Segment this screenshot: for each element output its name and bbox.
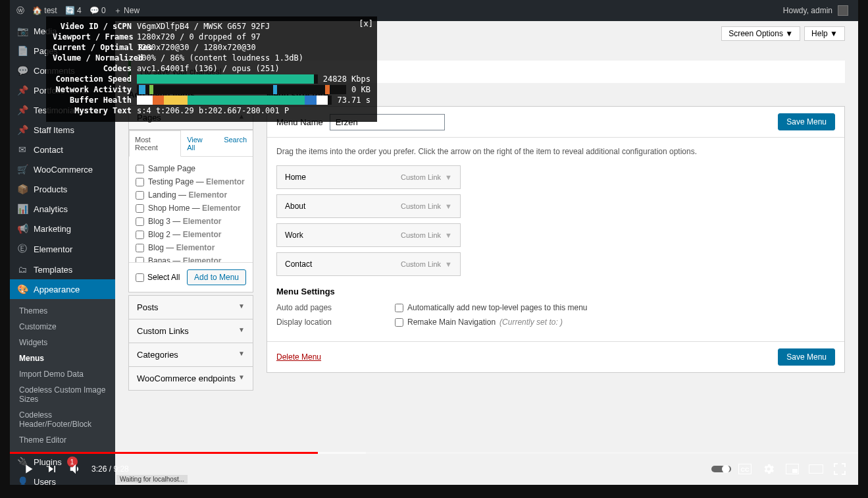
- volume-button[interactable]: [64, 457, 88, 481]
- svg-rect-5: [792, 469, 798, 473]
- menu-icon: 📌: [16, 105, 28, 115]
- drag-hint: Drag the items into the order you prefer…: [276, 147, 835, 156]
- accordion-custom-links[interactable]: Custom Links▼: [128, 319, 253, 343]
- select-all-checkbox[interactable]: Select All: [136, 273, 180, 282]
- sidebar-item-staff-items[interactable]: 📌Staff Items: [10, 120, 115, 140]
- menu-item-contact[interactable]: ContactCustom Link ▼: [276, 252, 461, 276]
- menu-settings-title: Menu Settings: [276, 287, 835, 296]
- sidebar-item-products[interactable]: 📦Products: [10, 179, 115, 199]
- comments-count[interactable]: 💬 0: [89, 6, 106, 15]
- avatar-icon[interactable]: [838, 5, 848, 16]
- add-menu-items-panel: Add menu items Pages▲ Most Recent View A…: [128, 90, 253, 391]
- page-checkbox-item[interactable]: Shop Home — Elementor: [136, 202, 246, 215]
- sidebar-item-elementor[interactable]: ⒺElementor: [10, 238, 115, 260]
- page-checkbox-item[interactable]: Sample Page: [136, 162, 246, 175]
- help-button[interactable]: Help ▼: [804, 26, 845, 41]
- updates[interactable]: 🔄 4: [65, 6, 82, 15]
- menu-item-home[interactable]: HomeCustom Link ▼: [276, 165, 461, 189]
- menu-icon: 🗂: [16, 264, 28, 275]
- chevron-down-icon: ▼: [445, 202, 452, 210]
- captions-button[interactable]: CC: [733, 457, 757, 481]
- accordion-posts[interactable]: Posts▼: [128, 295, 253, 319]
- page-checkbox-item[interactable]: Blog — Elementor: [136, 241, 246, 254]
- accordion-categories[interactable]: Categories▼: [128, 343, 253, 367]
- submenu-widgets[interactable]: Widgets: [10, 335, 115, 350]
- submenu-themes[interactable]: Themes: [10, 303, 115, 319]
- svg-point-1: [722, 465, 730, 473]
- wp-logo-icon[interactable]: ⓦ: [16, 5, 24, 16]
- sidebar-item-marketing[interactable]: 📢Marketing: [10, 219, 115, 238]
- menu-icon: 💬: [16, 65, 28, 76]
- sidebar-item-analytics[interactable]: 📊Analytics: [10, 199, 115, 219]
- pages-checklist: Sample PageTesting Page — ElementorLandi…: [129, 157, 253, 262]
- browser-status-bar: Waiting for localhost...: [116, 475, 188, 484]
- tab-most-recent[interactable]: Most Recent: [129, 130, 181, 157]
- chevron-down-icon: ▼: [238, 374, 245, 383]
- sidebar-item-woocommerce[interactable]: 🛒WooCommerce: [10, 159, 115, 179]
- close-stats-button[interactable]: [x]: [359, 19, 373, 28]
- chevron-down-icon: ▼: [445, 173, 452, 181]
- time-display: 3:26 / 9:28: [91, 464, 129, 474]
- site-name[interactable]: 🏠 test: [32, 6, 57, 15]
- sidebar-item-contact[interactable]: ✉Contact: [10, 140, 115, 159]
- sidebar-item-templates[interactable]: 🗂Templates: [10, 260, 115, 279]
- menu-icon: 📢: [16, 223, 28, 234]
- page-checkbox-item[interactable]: Banas — Elementor: [136, 254, 246, 262]
- menu-icon: 📌: [16, 85, 28, 96]
- submenu-menus[interactable]: Menus: [10, 350, 115, 366]
- menu-icon: Ⓔ: [16, 243, 28, 255]
- page-checkbox-item[interactable]: Testing Page — Elementor: [136, 175, 246, 188]
- new-content[interactable]: ＋ New: [114, 5, 140, 16]
- submenu-codeless-header-footer-block[interactable]: Codeless Header/Footer/Block: [10, 407, 115, 432]
- page-checkbox-item[interactable]: Blog 3 — Elementor: [136, 215, 246, 228]
- play-button[interactable]: [16, 457, 40, 481]
- chevron-down-icon: ▼: [238, 326, 245, 336]
- progress-bar[interactable]: [10, 452, 858, 454]
- autoplay-toggle[interactable]: [709, 457, 733, 481]
- menu-icon: 🛒: [16, 164, 28, 175]
- sidebar-item-appearance[interactable]: 🎨Appearance: [10, 279, 115, 299]
- chevron-down-icon: ▼: [238, 302, 245, 312]
- menu-icon: 📷: [16, 26, 28, 36]
- chevron-down-icon: ▼: [238, 350, 245, 360]
- tab-view-all[interactable]: View All: [181, 130, 218, 157]
- svg-text:CC: CC: [741, 466, 750, 473]
- menu-icon: ✉: [16, 144, 28, 155]
- menu-icon: 📌: [16, 124, 28, 135]
- menu-item-about[interactable]: AboutCustom Link ▼: [276, 194, 461, 218]
- fullscreen-button[interactable]: [828, 457, 852, 481]
- menu-icon: 🎨: [16, 284, 28, 294]
- tab-search[interactable]: Search: [218, 130, 253, 157]
- stats-for-nerds-overlay: [x] Video ID / sCPNV6gmXDlfpB4 / MWSK G6…: [46, 16, 377, 122]
- settings-button[interactable]: [757, 457, 780, 481]
- chevron-down-icon: ▼: [445, 260, 452, 268]
- theater-button[interactable]: [804, 457, 828, 481]
- save-menu-button-top[interactable]: Save Menu: [778, 113, 835, 130]
- screen-options-button[interactable]: Screen Options ▼: [721, 26, 800, 41]
- submenu-customize[interactable]: Customize: [10, 319, 115, 335]
- accordion-woo-endpoints[interactable]: WooCommerce endpoints▼: [128, 366, 253, 391]
- auto-add-checkbox[interactable]: [395, 304, 403, 312]
- menu-structure-panel: Menu structure Menu Name Save Menu Drag …: [267, 90, 845, 391]
- display-location-checkbox[interactable]: [395, 318, 403, 327]
- delete-menu-link[interactable]: Delete Menu: [276, 352, 321, 362]
- submenu-codeless-custom-image-sizes[interactable]: Codeless Custom Image Sizes: [10, 382, 115, 407]
- submenu-theme-editor[interactable]: Theme Editor: [10, 432, 115, 448]
- menu-icon: 📄: [16, 45, 28, 56]
- add-to-menu-button[interactable]: Add to Menu: [187, 269, 246, 285]
- submenu-import-demo-data[interactable]: Import Demo Data: [10, 366, 115, 382]
- menu-icon: 📊: [16, 204, 28, 214]
- auto-add-label: Auto add pages: [276, 303, 395, 312]
- page-checkbox-item[interactable]: Blog 2 — Elementor: [136, 228, 246, 241]
- miniplayer-button[interactable]: [780, 457, 804, 481]
- menu-icon: 📦: [16, 184, 28, 194]
- save-menu-button-bottom[interactable]: Save Menu: [778, 348, 835, 366]
- display-location-label: Display location: [276, 318, 395, 327]
- menu-item-work[interactable]: WorkCustom Link ▼: [276, 223, 461, 247]
- howdy[interactable]: Howdy, admin: [783, 6, 832, 15]
- page-checkbox-item[interactable]: Landing — Elementor: [136, 188, 246, 202]
- next-button[interactable]: [40, 457, 64, 481]
- svg-rect-6: [809, 464, 823, 474]
- chevron-down-icon: ▼: [445, 231, 452, 239]
